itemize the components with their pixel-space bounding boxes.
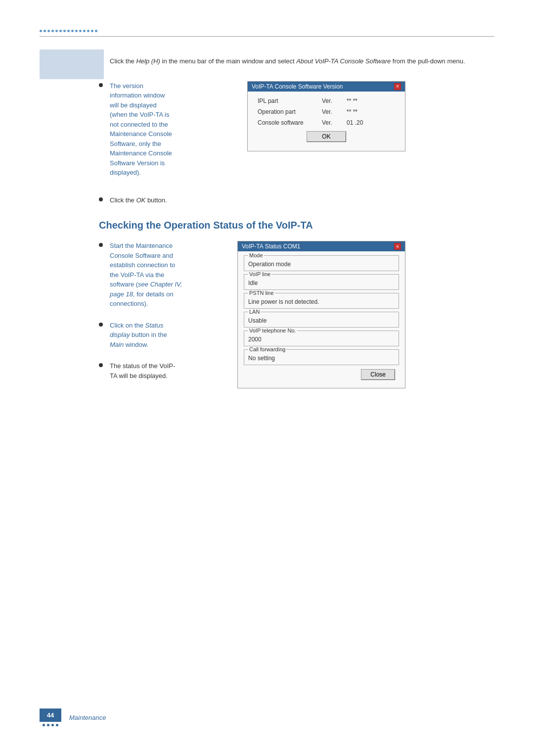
sidebar-decoration xyxy=(40,49,104,79)
status-group-lan: LAN Usable xyxy=(244,312,399,328)
operation-value: ** ** xyxy=(347,108,357,115)
dialog-row-operation: Operation part Ver. ** ** xyxy=(258,108,395,115)
bullet-item-ok: Click the OK button. xyxy=(99,195,485,205)
dialog-close-button[interactable]: × xyxy=(394,83,401,90)
bullet-text-version: The version information window will be d… xyxy=(110,81,172,178)
version-info-left: The version information window will be d… xyxy=(99,81,227,187)
dot xyxy=(47,30,50,32)
pstn-line-label: PSTN line xyxy=(248,290,275,296)
dialog-titlebar: VoIP-TA Console Software Version × xyxy=(248,82,405,92)
bullet-item-version: The version information window will be d… xyxy=(99,81,227,178)
status-close-button[interactable]: × xyxy=(394,243,401,250)
bullet-dot-ok xyxy=(99,197,103,201)
bullet-dot-display xyxy=(99,363,103,367)
dots-decoration xyxy=(40,30,494,32)
top-section xyxy=(0,0,534,47)
bullet-dot-start xyxy=(99,243,103,247)
voip-tel-value: 2000 xyxy=(248,336,395,343)
dot xyxy=(59,30,62,32)
voip-line-label: VoIP line xyxy=(248,271,271,277)
lan-label: LAN xyxy=(248,309,261,315)
dot xyxy=(79,30,82,32)
ipl-label: IPL part xyxy=(258,97,312,104)
bullet-text-ok: Click the OK button. xyxy=(110,195,167,205)
main-content: Click the Help (H) in the menu bar of th… xyxy=(0,47,534,418)
ipl-ver-label: Ver. xyxy=(322,97,337,104)
version-dialog-window: VoIP-TA Console Software Version × IPL p… xyxy=(247,81,405,151)
dot xyxy=(71,30,74,32)
check-section-content: Start the Maintenance Console Software a… xyxy=(99,241,485,389)
status-group-call-fwd: Call forwarding No setting xyxy=(244,349,399,365)
bullet-text-start: Start the Maintenance Console Software a… xyxy=(110,241,182,309)
operation-label: Operation part xyxy=(258,108,312,115)
page-number: 44 xyxy=(40,709,61,722)
dot xyxy=(44,30,46,32)
voip-line-value: Idle xyxy=(248,280,395,286)
bullet-item-status: Click on the Status display button in th… xyxy=(99,321,227,350)
footer-dot xyxy=(43,724,45,726)
dialog-row-console: Console software Ver. 01 .20 xyxy=(258,119,395,126)
status-close-btn[interactable]: Close xyxy=(361,369,395,380)
check-section-bullets: Start the Maintenance Console Software a… xyxy=(99,241,227,389)
footer-label: Maintenance xyxy=(69,714,106,721)
status-window-col: VoIP-TA Status COM1 × Mode Operation mod… xyxy=(237,241,485,388)
status-link-text: Status display xyxy=(110,322,163,339)
dot xyxy=(91,30,93,32)
call-fwd-value: No setting xyxy=(248,355,395,362)
help-link-text: Help (H) xyxy=(136,57,160,65)
dialog-body: IPL part Ver. ** ** Operation part Ver. … xyxy=(248,92,405,151)
status-titlebar: VoIP-TA Status COM1 × xyxy=(238,241,405,251)
bullet-section-help: Click the Help (H) in the menu bar of th… xyxy=(99,56,485,66)
mode-label: Mode xyxy=(248,252,264,258)
section-heading-check: Checking the Operation Status of the VoI… xyxy=(99,220,485,231)
mode-value: Operation mode xyxy=(248,261,395,268)
dot xyxy=(87,30,89,32)
dialog-row-ipl: IPL part Ver. ** ** xyxy=(258,97,395,104)
status-body: Mode Operation mode VoIP line Idle PSTN … xyxy=(238,251,405,388)
pstn-line-value: Line power is not detected. xyxy=(248,298,395,305)
ipl-value: ** ** xyxy=(347,97,357,104)
dot xyxy=(95,30,97,32)
call-fwd-label: Call forwarding xyxy=(248,346,286,352)
bullet-item-start: Start the Maintenance Console Software a… xyxy=(99,241,227,309)
dot xyxy=(51,30,54,32)
status-dialog-window: VoIP-TA Status COM1 × Mode Operation mod… xyxy=(237,241,405,388)
dot xyxy=(75,30,78,32)
ok-link-text: OK xyxy=(136,196,145,204)
top-divider xyxy=(40,36,494,37)
operation-ver-label: Ver. xyxy=(322,108,337,115)
console-ver-label: Ver. xyxy=(322,119,337,126)
bullet-item-help: Click the Help (H) in the menu bar of th… xyxy=(99,56,485,66)
dot xyxy=(63,30,66,32)
bullet-item-display: The status of the VoIP- TA will be displ… xyxy=(99,361,227,380)
dot xyxy=(67,30,70,32)
status-title: VoIP-TA Status COM1 xyxy=(242,243,301,250)
version-info-section: The version information window will be d… xyxy=(99,81,485,187)
dot xyxy=(40,30,42,32)
bullet-dot-status xyxy=(99,323,103,327)
status-group-mode: Mode Operation mode xyxy=(244,255,399,271)
voip-tel-label: VoIP telephone No. xyxy=(248,328,297,333)
bullet-text-status: Click on the Status display button in th… xyxy=(110,321,167,350)
dot xyxy=(55,30,58,32)
see-chapter-link: see Chapter IV, page 18, xyxy=(110,281,182,298)
lan-value: Usable xyxy=(248,317,395,324)
dot xyxy=(83,30,86,32)
page-container: Click the Help (H) in the menu bar of th… xyxy=(0,0,534,756)
console-label: Console software xyxy=(258,119,312,126)
version-dialog-col: VoIP-TA Console Software Version × IPL p… xyxy=(237,81,485,151)
console-value: 01 .20 xyxy=(347,119,363,126)
footer-dot xyxy=(47,724,49,726)
footer-dots xyxy=(43,724,58,726)
footer-dot xyxy=(56,724,58,726)
status-group-pstn: PSTN line Line power is not detected. xyxy=(244,293,399,309)
main-link-text: Main xyxy=(110,341,124,348)
page-footer: 44 Maintenance xyxy=(40,709,106,726)
bullet-text-help: Click the Help (H) in the menu bar of th… xyxy=(110,56,465,66)
bullet-text-display: The status of the VoIP- TA will be displ… xyxy=(110,361,175,380)
dialog-title: VoIP-TA Console Software Version xyxy=(252,83,343,90)
about-link-text: About VoIP-TA Console Software xyxy=(296,57,391,65)
dialog-ok-button[interactable]: OK xyxy=(307,131,346,142)
footer-dot xyxy=(51,724,54,726)
bullet-dot-version xyxy=(99,83,103,87)
